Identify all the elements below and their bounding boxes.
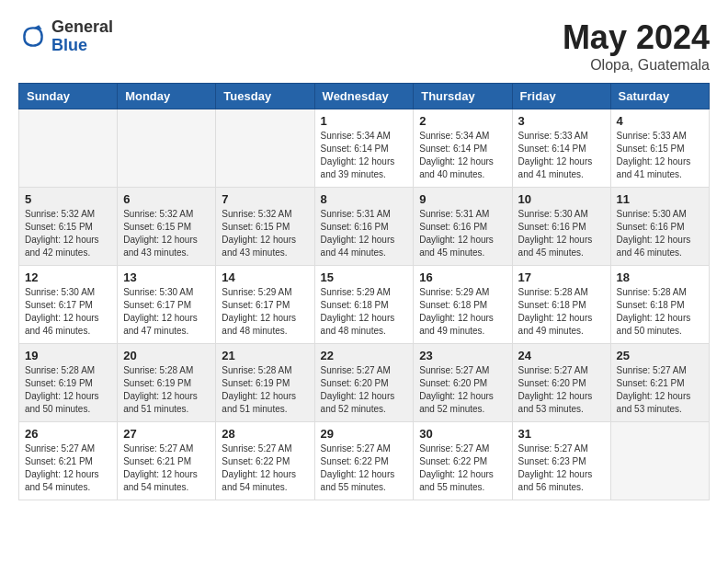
calendar-cell: 8Sunrise: 5:31 AM Sunset: 6:16 PM Daylig…: [314, 188, 414, 266]
day-number: 12: [25, 270, 111, 284]
day-info: Sunrise: 5:28 AM Sunset: 6:18 PM Dayligh…: [518, 286, 605, 338]
weekday-header: Tuesday: [216, 84, 314, 109]
calendar-cell: [19, 109, 118, 188]
day-info: Sunrise: 5:32 AM Sunset: 6:15 PM Dayligh…: [25, 208, 111, 259]
day-info: Sunrise: 5:30 AM Sunset: 6:16 PM Dayligh…: [518, 208, 605, 259]
calendar-week-row: 19Sunrise: 5:28 AM Sunset: 6:19 PM Dayli…: [19, 344, 710, 422]
day-number: 18: [617, 270, 703, 284]
weekday-header: Monday: [118, 84, 216, 109]
day-info: Sunrise: 5:27 AM Sunset: 6:21 PM Dayligh…: [25, 442, 111, 494]
day-number: 30: [419, 427, 506, 441]
calendar-cell: 30Sunrise: 5:27 AM Sunset: 6:22 PM Dayli…: [414, 422, 512, 500]
calendar-cell: 5Sunrise: 5:32 AM Sunset: 6:15 PM Daylig…: [19, 188, 118, 266]
weekday-header: Sunday: [19, 84, 118, 109]
month-year: May 2024: [563, 18, 710, 57]
calendar-cell: 28Sunrise: 5:27 AM Sunset: 6:22 PM Dayli…: [216, 422, 314, 500]
calendar-cell: 16Sunrise: 5:29 AM Sunset: 6:18 PM Dayli…: [414, 266, 512, 344]
calendar-cell: 15Sunrise: 5:29 AM Sunset: 6:18 PM Dayli…: [314, 266, 414, 344]
day-number: 21: [222, 349, 308, 362]
day-number: 24: [518, 349, 605, 362]
calendar-cell: 31Sunrise: 5:27 AM Sunset: 6:23 PM Dayli…: [512, 422, 610, 500]
day-info: Sunrise: 5:28 AM Sunset: 6:19 PM Dayligh…: [25, 364, 111, 416]
day-number: 23: [419, 349, 506, 362]
day-number: 29: [321, 427, 408, 441]
day-info: Sunrise: 5:29 AM Sunset: 6:18 PM Dayligh…: [321, 286, 408, 338]
calendar-header-row: SundayMondayTuesdayWednesdayThursdayFrid…: [19, 84, 710, 109]
calendar-cell: 24Sunrise: 5:27 AM Sunset: 6:20 PM Dayli…: [512, 344, 610, 422]
calendar-cell: 9Sunrise: 5:31 AM Sunset: 6:16 PM Daylig…: [414, 188, 512, 266]
day-number: 22: [321, 349, 408, 362]
day-info: Sunrise: 5:27 AM Sunset: 6:22 PM Dayligh…: [321, 442, 408, 494]
calendar-cell: 26Sunrise: 5:27 AM Sunset: 6:21 PM Dayli…: [19, 422, 118, 500]
day-info: Sunrise: 5:27 AM Sunset: 6:22 PM Dayligh…: [222, 442, 308, 494]
calendar-cell: 23Sunrise: 5:27 AM Sunset: 6:20 PM Dayli…: [414, 344, 512, 422]
calendar-cell: 4Sunrise: 5:33 AM Sunset: 6:15 PM Daylig…: [610, 109, 709, 188]
day-number: 14: [222, 270, 308, 284]
weekday-header: Saturday: [610, 84, 709, 109]
calendar-cell: 17Sunrise: 5:28 AM Sunset: 6:18 PM Dayli…: [512, 266, 610, 344]
day-number: 6: [123, 192, 210, 206]
day-number: 19: [25, 349, 111, 362]
weekday-header: Thursday: [414, 84, 512, 109]
calendar-cell: 3Sunrise: 5:33 AM Sunset: 6:14 PM Daylig…: [512, 109, 610, 188]
day-info: Sunrise: 5:29 AM Sunset: 6:17 PM Dayligh…: [222, 286, 308, 338]
day-number: 2: [419, 114, 506, 128]
logo-blue: Blue: [51, 37, 113, 55]
calendar-week-row: 1Sunrise: 5:34 AM Sunset: 6:14 PM Daylig…: [19, 109, 710, 188]
day-number: 15: [321, 270, 408, 284]
day-info: Sunrise: 5:32 AM Sunset: 6:15 PM Dayligh…: [123, 208, 210, 259]
day-info: Sunrise: 5:28 AM Sunset: 6:19 PM Dayligh…: [222, 364, 308, 416]
day-number: 25: [617, 349, 703, 362]
title-block: May 2024 Olopa, Guatemala: [563, 18, 710, 74]
logo-general: General: [51, 18, 113, 37]
day-info: Sunrise: 5:27 AM Sunset: 6:23 PM Dayligh…: [518, 442, 605, 494]
day-number: 13: [123, 270, 210, 284]
calendar-week-row: 5Sunrise: 5:32 AM Sunset: 6:15 PM Daylig…: [19, 188, 710, 266]
logo: General Blue: [18, 18, 113, 55]
calendar-cell: 6Sunrise: 5:32 AM Sunset: 6:15 PM Daylig…: [118, 188, 216, 266]
day-info: Sunrise: 5:27 AM Sunset: 6:20 PM Dayligh…: [321, 364, 408, 416]
calendar-cell: 11Sunrise: 5:30 AM Sunset: 6:16 PM Dayli…: [610, 188, 709, 266]
day-info: Sunrise: 5:27 AM Sunset: 6:21 PM Dayligh…: [617, 364, 703, 416]
day-info: Sunrise: 5:30 AM Sunset: 6:16 PM Dayligh…: [617, 208, 703, 259]
day-number: 17: [518, 270, 605, 284]
calendar-cell: 19Sunrise: 5:28 AM Sunset: 6:19 PM Dayli…: [19, 344, 118, 422]
weekday-header: Friday: [512, 84, 610, 109]
day-number: 10: [518, 192, 605, 206]
page-header: General Blue May 2024 Olopa, Guatemala: [18, 18, 710, 74]
logo-icon: [18, 22, 48, 52]
day-number: 5: [25, 192, 111, 206]
day-number: 9: [419, 192, 506, 206]
calendar-cell: 25Sunrise: 5:27 AM Sunset: 6:21 PM Dayli…: [610, 344, 709, 422]
day-number: 8: [321, 192, 408, 206]
day-info: Sunrise: 5:30 AM Sunset: 6:17 PM Dayligh…: [25, 286, 111, 338]
day-info: Sunrise: 5:27 AM Sunset: 6:20 PM Dayligh…: [419, 364, 506, 416]
calendar-cell: 27Sunrise: 5:27 AM Sunset: 6:21 PM Dayli…: [118, 422, 216, 500]
day-info: Sunrise: 5:28 AM Sunset: 6:19 PM Dayligh…: [123, 364, 210, 416]
calendar-week-row: 12Sunrise: 5:30 AM Sunset: 6:17 PM Dayli…: [19, 266, 710, 344]
calendar-cell: 2Sunrise: 5:34 AM Sunset: 6:14 PM Daylig…: [414, 109, 512, 188]
calendar-cell: 13Sunrise: 5:30 AM Sunset: 6:17 PM Dayli…: [118, 266, 216, 344]
day-number: 26: [25, 427, 111, 441]
calendar-cell: [118, 109, 216, 188]
calendar-table: SundayMondayTuesdayWednesdayThursdayFrid…: [18, 83, 710, 500]
day-info: Sunrise: 5:27 AM Sunset: 6:21 PM Dayligh…: [123, 442, 210, 494]
location: Olopa, Guatemala: [563, 57, 710, 74]
calendar-cell: 1Sunrise: 5:34 AM Sunset: 6:14 PM Daylig…: [314, 109, 414, 188]
day-number: 4: [617, 114, 703, 128]
day-info: Sunrise: 5:33 AM Sunset: 6:15 PM Dayligh…: [617, 130, 703, 181]
day-number: 28: [222, 427, 308, 441]
day-number: 31: [518, 427, 605, 441]
day-info: Sunrise: 5:27 AM Sunset: 6:20 PM Dayligh…: [518, 364, 605, 416]
day-number: 16: [419, 270, 506, 284]
calendar-cell: 22Sunrise: 5:27 AM Sunset: 6:20 PM Dayli…: [314, 344, 414, 422]
day-info: Sunrise: 5:29 AM Sunset: 6:18 PM Dayligh…: [419, 286, 506, 338]
day-number: 3: [518, 114, 605, 128]
day-info: Sunrise: 5:31 AM Sunset: 6:16 PM Dayligh…: [419, 208, 506, 259]
day-info: Sunrise: 5:31 AM Sunset: 6:16 PM Dayligh…: [321, 208, 408, 259]
calendar-cell: 10Sunrise: 5:30 AM Sunset: 6:16 PM Dayli…: [512, 188, 610, 266]
calendar-week-row: 26Sunrise: 5:27 AM Sunset: 6:21 PM Dayli…: [19, 422, 710, 500]
day-info: Sunrise: 5:33 AM Sunset: 6:14 PM Dayligh…: [518, 130, 605, 181]
day-number: 1: [321, 114, 408, 128]
day-info: Sunrise: 5:30 AM Sunset: 6:17 PM Dayligh…: [123, 286, 210, 338]
